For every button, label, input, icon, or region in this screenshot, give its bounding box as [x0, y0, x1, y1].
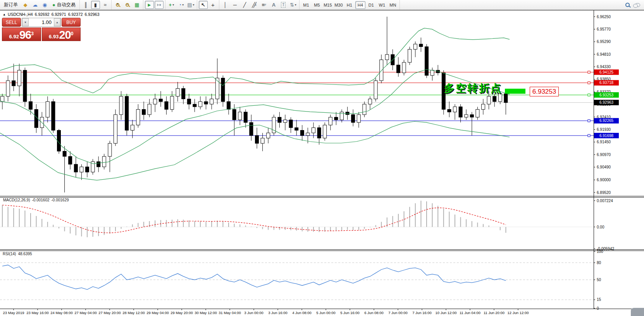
cursor-icon[interactable]: ↖: [199, 1, 208, 9]
annotation-price-tag[interactable]: 6.93253: [530, 87, 559, 96]
svg-text:3 Jun 00:00: 3 Jun 00:00: [244, 311, 263, 315]
sell-price-display[interactable]: 6.92 96 3: [2, 27, 41, 41]
vertical-line-icon[interactable]: │: [221, 1, 230, 9]
label-icon[interactable]: T: [279, 1, 288, 9]
svg-text:100: 100: [597, 249, 603, 254]
horizontal-line-icon[interactable]: ─: [231, 1, 239, 9]
sell-button[interactable]: SELL: [2, 18, 21, 27]
svg-text:6.93718: 6.93718: [599, 81, 614, 85]
svg-text:27 May 04:00: 27 May 04:00: [74, 311, 97, 315]
svg-text:5 Jun 16:00: 5 Jun 16:00: [340, 311, 360, 315]
svg-text:5 Jun 00:00: 5 Jun 00:00: [316, 311, 336, 315]
timeframe-group: M1M5M15M30H1H4D1W1MN: [300, 0, 400, 10]
funnel-icon[interactable]: ◆: [21, 1, 30, 9]
auto-scroll-icon[interactable]: ▶: [145, 1, 154, 9]
text-icon[interactable]: A: [269, 1, 278, 9]
line-chart-icon[interactable]: ≈: [101, 1, 110, 9]
chart-canvas: 6.962506.957706.952906.948106.943306.938…: [0, 0, 644, 316]
toolbar-group-zoom: + − ▦: [112, 0, 143, 10]
toolbar-group-chart-type: ║ ▮ ≈: [80, 0, 112, 10]
bar-chart-icon[interactable]: ║: [81, 1, 90, 9]
templates-icon[interactable]: ▤▾: [186, 1, 195, 9]
timeframe-D1[interactable]: D1: [366, 1, 376, 9]
svg-text:6.92963: 6.92963: [599, 100, 614, 105]
volume-down-button[interactable]: ▼: [22, 18, 29, 26]
toolbar-group-scroll: ▶ ↦: [143, 0, 165, 10]
svg-text:7 Jun 16:00: 7 Jun 16:00: [412, 311, 432, 315]
annotation-text[interactable]: 多空转折点: [444, 81, 502, 95]
toolbar-right: [625, 3, 644, 7]
svg-text:0.00: 0.00: [597, 225, 604, 229]
rsi-label: RSI(14) 48.6395: [3, 252, 32, 256]
svg-text:6.96250: 6.96250: [597, 15, 611, 19]
new-order-label: 新订单: [4, 2, 18, 8]
macd-value: -0.001602: [32, 198, 49, 202]
timeframe-H1[interactable]: H1: [344, 1, 355, 9]
fibonacci-icon[interactable]: ≡F: [260, 1, 269, 9]
timeframe-M1[interactable]: M1: [301, 1, 311, 9]
svg-text:6.95770: 6.95770: [597, 27, 611, 31]
volume-up-button[interactable]: ▲: [54, 18, 60, 26]
channel-icon[interactable]: ╱╱E: [250, 1, 259, 9]
svg-text:6.90000: 6.90000: [597, 178, 611, 182]
timeframe-H4[interactable]: H4: [355, 1, 365, 9]
chat-icon[interactable]: [635, 3, 640, 7]
svg-text:6 Jun 08:00: 6 Jun 08:00: [364, 311, 384, 315]
buy-price-display[interactable]: 6.93 20 0: [42, 27, 81, 41]
rsi-name: RSI(14): [3, 252, 16, 256]
collapse-arrow-icon[interactable]: ▲: [3, 13, 6, 16]
svg-text:6.91698: 6.91698: [599, 134, 614, 138]
svg-text:6.94810: 6.94810: [597, 52, 611, 57]
price-chart[interactable]: 6.962506.957706.952906.948106.943306.938…: [0, 0, 644, 316]
svg-text:6.89520: 6.89520: [597, 191, 611, 195]
timeframe-W1[interactable]: W1: [377, 1, 387, 9]
search-icon[interactable]: [625, 3, 630, 7]
annotation-highlight-rectangle[interactable]: [505, 89, 525, 94]
timeframe-M5[interactable]: M5: [312, 1, 322, 9]
timeframe-M15[interactable]: M15: [323, 1, 333, 9]
svg-text:6.93253: 6.93253: [599, 93, 614, 97]
macd-name: MACD(12,26,9): [3, 198, 30, 202]
svg-text:6.90970: 6.90970: [597, 153, 611, 157]
timeframe-M30[interactable]: M30: [334, 1, 344, 9]
svg-text:11 Jun 20:00: 11 Jun 20:00: [484, 311, 505, 315]
toolbar-group-objects: │ ─ ╱ ╱╱E ≡F A T ⇅▾: [219, 0, 300, 10]
chart-shift-icon[interactable]: ↦: [155, 1, 164, 9]
zoom-in-icon[interactable]: +: [113, 1, 122, 9]
toolbar: 新订单 ◆ ☁ ◉ ● 自动交易 ║ ▮ ≈ + − ▦ ▶ ↦ +▾ ◔▾: [0, 0, 644, 10]
trendline-icon[interactable]: ╱: [240, 1, 249, 9]
candlestick-chart-icon[interactable]: ▮: [91, 1, 100, 9]
timeframe-MN[interactable]: MN: [388, 1, 398, 9]
tile-windows-icon[interactable]: ▦: [133, 1, 141, 9]
data-window-icon[interactable]: ◉: [40, 1, 49, 9]
svg-text:15: 15: [597, 297, 601, 302]
svg-text:7 Jun 00:00: 7 Jun 00:00: [388, 311, 408, 315]
auto-trading-button[interactable]: ● 自动交易: [50, 1, 78, 9]
new-order-button[interactable]: 新订单: [2, 1, 20, 9]
svg-text:28 May 12:00: 28 May 12:00: [122, 311, 145, 315]
time-axis: 23 May 201923 May 16:0024 May 08:0027 Ma…: [3, 309, 529, 315]
svg-text:31 May 04:00: 31 May 04:00: [219, 311, 241, 315]
buy-button[interactable]: BUY: [62, 18, 81, 27]
svg-text:27 May 20:00: 27 May 20:00: [98, 311, 121, 315]
svg-text:30 May 12:00: 30 May 12:00: [195, 311, 217, 315]
market-watch-icon[interactable]: ☁: [31, 1, 40, 9]
macd-panel: 0.0072240.00-0.005942: [0, 199, 614, 251]
volume-value[interactable]: 1.00: [29, 18, 54, 26]
rsi-panel: 1008050150: [0, 249, 603, 311]
toolbar-group-cursor: ↖ +: [197, 0, 219, 10]
crosshair-icon[interactable]: +: [208, 1, 217, 9]
svg-text:6.95290: 6.95290: [597, 40, 611, 44]
svg-text:23 May 16:00: 23 May 16:00: [26, 311, 49, 315]
indicators-icon[interactable]: +▾: [167, 1, 176, 9]
auto-trading-label: 自动交易: [57, 2, 76, 8]
macd-signal-value: -0.001629: [52, 198, 69, 202]
ohlc-low: 6.92372: [68, 12, 83, 17]
periods-icon[interactable]: ◔▾: [177, 1, 186, 9]
svg-text:80: 80: [597, 261, 601, 265]
zoom-out-icon[interactable]: −: [123, 1, 132, 9]
svg-text:4 Jun 08:00: 4 Jun 08:00: [292, 311, 312, 315]
bollinger-bands: [0, 28, 510, 180]
window-resize-grip[interactable]: [631, 308, 644, 316]
arrows-icon[interactable]: ⇅▾: [289, 1, 298, 9]
